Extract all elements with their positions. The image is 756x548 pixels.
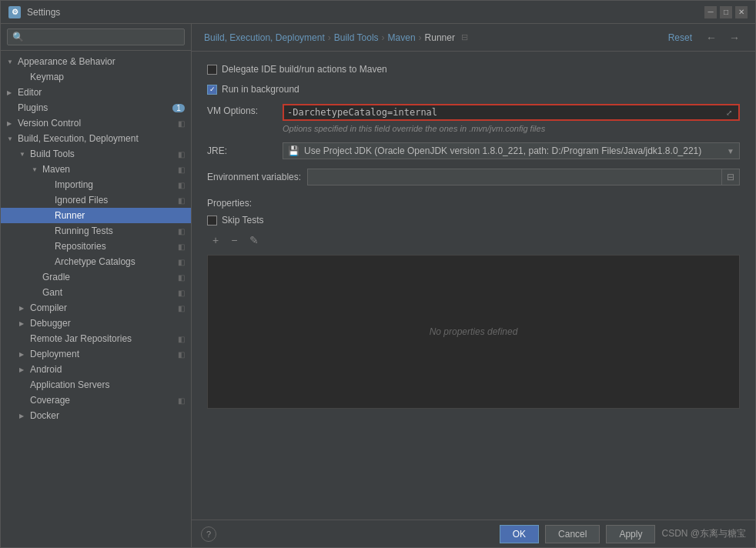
vm-options-row: VM Options: ⤢ Options specified in this … [207, 104, 740, 133]
sidebar-item-android[interactable]: ▶ Android [1, 362, 191, 377]
sidebar-item-coverage[interactable]: Coverage ◧ [1, 393, 191, 408]
env-input-wrapper: ⊟ [307, 169, 740, 185]
expand-arrow: ▶ [19, 413, 27, 419]
sidebar-item-label: Keymap [30, 72, 64, 82]
sidebar-item-label: Maven [42, 164, 70, 175]
sidebar-item-compiler[interactable]: ▶ Compiler ◧ [1, 300, 191, 316]
breadcrumb-sep1: › [328, 32, 331, 43]
sidebar-item-label: Compiler [30, 302, 67, 313]
sidebar-item-gant[interactable]: Gant ◧ [1, 285, 191, 300]
back-button[interactable]: ← [703, 30, 720, 45]
sidebar-item-archetype-catalogs[interactable]: Archetype Catalogs ◧ [1, 254, 191, 269]
jre-value: Use Project JDK (Oracle OpenJDK version … [304, 145, 727, 156]
expand-arrow: ▶ [7, 89, 15, 96]
sidebar-item-build-execution[interactable]: ▼ Build, Execution, Deployment [1, 131, 191, 146]
ok-button[interactable]: OK [500, 525, 539, 543]
ext-icon: ◧ [178, 304, 185, 312]
delegate-checkbox[interactable] [207, 65, 217, 75]
ext-icon: ◧ [178, 181, 185, 189]
expand-arrow: ▶ [19, 366, 27, 373]
breadcrumb-maven[interactable]: Maven [388, 32, 416, 43]
sidebar-item-gradle[interactable]: Gradle ◧ [1, 269, 191, 285]
ext-icon: ◧ [178, 350, 185, 359]
edit-property-button[interactable]: ✎ [244, 232, 264, 249]
spacer [44, 259, 52, 266]
apply-button[interactable]: Apply [606, 525, 655, 543]
sidebar-item-label: Appearance & Behavior [18, 56, 115, 67]
run-background-label[interactable]: Run in background [207, 84, 299, 95]
sidebar-item-keymap[interactable]: Keymap [1, 69, 191, 85]
run-background-checkbox[interactable] [207, 85, 217, 95]
env-row: Environment variables: ⊟ [207, 169, 740, 185]
expand-arrow: ▼ [32, 166, 39, 173]
vm-options-input[interactable] [287, 107, 723, 118]
properties-empty: No properties defined [207, 255, 740, 409]
window-controls: ─ □ ✕ [704, 6, 748, 18]
sidebar-item-editor[interactable]: ▶ Editor [1, 85, 191, 100]
delegate-row: Delegate IDE build/run actions to Maven [207, 64, 740, 75]
spacer [19, 382, 27, 389]
minimize-button[interactable]: ─ [704, 6, 717, 18]
sidebar-item-label: Docker [30, 410, 59, 421]
breadcrumb-actions: Reset ← → [664, 30, 743, 45]
env-edit-button[interactable]: ⊟ [721, 169, 739, 185]
jre-row: JRE: 💾 Use Project JDK (Oracle OpenJDK v… [207, 142, 740, 159]
ext-icon: ◧ [178, 335, 185, 343]
sidebar-item-label: Debugger [30, 318, 71, 329]
sidebar-item-label: Gant [42, 287, 62, 298]
delegate-label: Delegate IDE build/run actions to Maven [222, 64, 387, 75]
add-property-button[interactable]: + [207, 232, 224, 249]
spacer [44, 212, 52, 219]
sidebar-item-appearance[interactable]: ▼ Appearance & Behavior [1, 54, 191, 69]
breadcrumb-build[interactable]: Build, Execution, Deployment [204, 32, 325, 43]
sidebar-item-running-tests[interactable]: Running Tests ◧ [1, 223, 191, 239]
sidebar-item-docker[interactable]: ▶ Docker [1, 408, 191, 423]
sidebar-item-ignored-files[interactable]: Ignored Files ◧ [1, 192, 191, 208]
plugins-badge: 1 [172, 104, 185, 112]
sidebar-item-app-servers[interactable]: Application Servers [1, 377, 191, 393]
sidebar-item-repositories[interactable]: Repositories ◧ [1, 239, 191, 254]
sidebar-item-deployment[interactable]: ▶ Deployment ◧ [1, 346, 191, 362]
spacer [44, 243, 52, 250]
env-input[interactable] [308, 170, 721, 184]
sidebar-item-debugger[interactable]: ▶ Debugger [1, 316, 191, 331]
spacer [44, 182, 52, 189]
ext-icon: ◧ [178, 258, 185, 266]
sidebar-item-label: Editor [18, 87, 42, 98]
expand-arrow: ▼ [19, 151, 27, 158]
no-properties-text: No properties defined [430, 326, 518, 337]
skip-tests-label[interactable]: Skip Tests [207, 215, 263, 226]
expand-button[interactable]: ⤢ [723, 109, 735, 117]
sidebar-item-version-control[interactable]: ▶ Version Control ◧ [1, 115, 191, 131]
spacer [19, 397, 27, 404]
sidebar-item-plugins[interactable]: Plugins 1 [1, 100, 191, 115]
breadcrumb-build-tools[interactable]: Build Tools [334, 32, 379, 43]
breadcrumb-bar: Build, Execution, Deployment › Build Too… [192, 24, 755, 52]
remove-property-button[interactable]: − [226, 232, 243, 249]
ext-icon: ◧ [178, 165, 185, 174]
sidebar-item-maven[interactable]: ▼ Maven ◧ [1, 162, 191, 177]
cancel-button[interactable]: Cancel [545, 525, 600, 543]
sidebar-item-remote-jar[interactable]: Remote Jar Repositories ◧ [1, 331, 191, 346]
help-button[interactable]: ? [201, 526, 216, 542]
ext-icon: ◧ [178, 150, 185, 159]
skip-tests-row: Skip Tests [207, 215, 740, 226]
sidebar-item-runner[interactable]: Runner [1, 208, 191, 223]
vm-options-wrapper: ⤢ Options specified in this field overri… [283, 104, 740, 133]
reset-button[interactable]: Reset [664, 31, 697, 45]
close-button[interactable]: ✕ [735, 6, 748, 18]
maximize-button[interactable]: □ [720, 6, 732, 18]
sidebar-item-build-tools[interactable]: ▼ Build Tools ◧ [1, 146, 191, 162]
title-bar: ⚙ Settings ─ □ ✕ [1, 1, 755, 24]
skip-tests-checkbox[interactable] [207, 216, 217, 226]
sidebar-item-label: Version Control [18, 118, 81, 129]
main-content: ▼ Appearance & Behavior Keymap ▶ Editor … [1, 24, 755, 547]
vm-hint-text: Options specified in this field override… [283, 124, 740, 133]
sidebar-item-label: Runner [55, 210, 85, 221]
delegate-checkbox-label[interactable]: Delegate IDE build/run actions to Maven [207, 64, 387, 75]
forward-button[interactable]: → [726, 30, 743, 45]
search-input[interactable] [7, 28, 185, 45]
jre-select[interactable]: 💾 Use Project JDK (Oracle OpenJDK versio… [283, 142, 740, 159]
breadcrumb-runner: Runner [425, 32, 455, 43]
sidebar-item-importing[interactable]: Importing ◧ [1, 177, 191, 192]
